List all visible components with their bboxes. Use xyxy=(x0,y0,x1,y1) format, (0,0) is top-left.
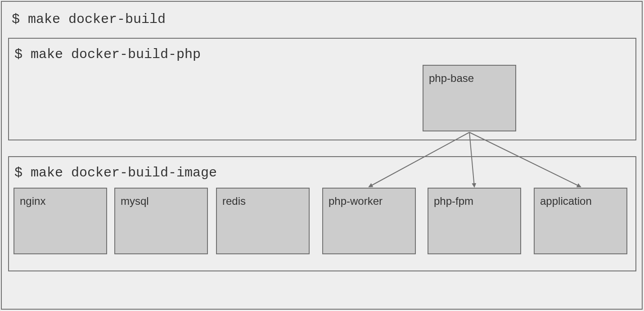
node-php-base: php-base xyxy=(423,65,516,131)
docker-build-php-panel: $ make docker-build-php xyxy=(8,38,636,140)
node-php-worker: php-worker xyxy=(322,188,416,254)
docker-build-label: $ make docker-build xyxy=(12,12,166,27)
node-application: application xyxy=(534,188,627,254)
node-php-fpm: php-fpm xyxy=(428,188,521,254)
docker-build-image-label: $ make docker-build-image xyxy=(14,165,217,180)
node-nginx: nginx xyxy=(14,188,107,254)
docker-build-php-label: $ make docker-build-php xyxy=(14,47,201,62)
node-mysql: mysql xyxy=(114,188,208,254)
docker-build-container: $ make docker-build $ make docker-build-… xyxy=(1,1,643,310)
node-redis: redis xyxy=(216,188,310,254)
